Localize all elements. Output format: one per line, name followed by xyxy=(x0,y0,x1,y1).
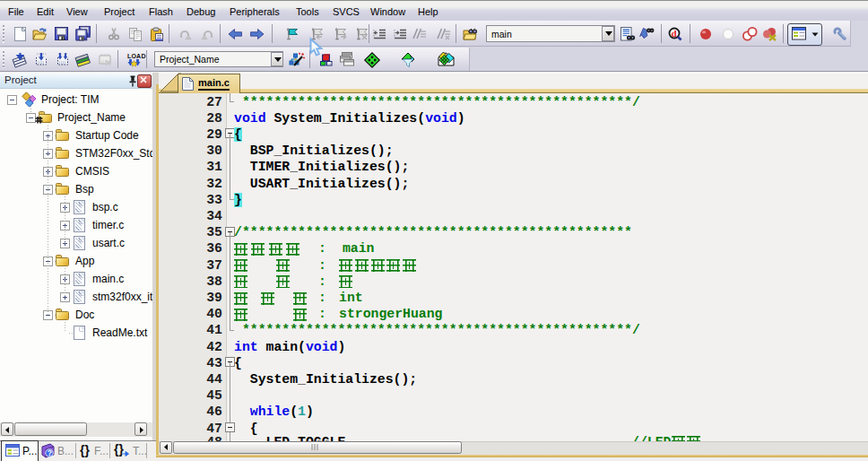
svg-text:d: d xyxy=(672,28,677,39)
svg-text:LOAD: LOAD xyxy=(127,53,146,59)
svg-text:?: ? xyxy=(48,448,52,457)
